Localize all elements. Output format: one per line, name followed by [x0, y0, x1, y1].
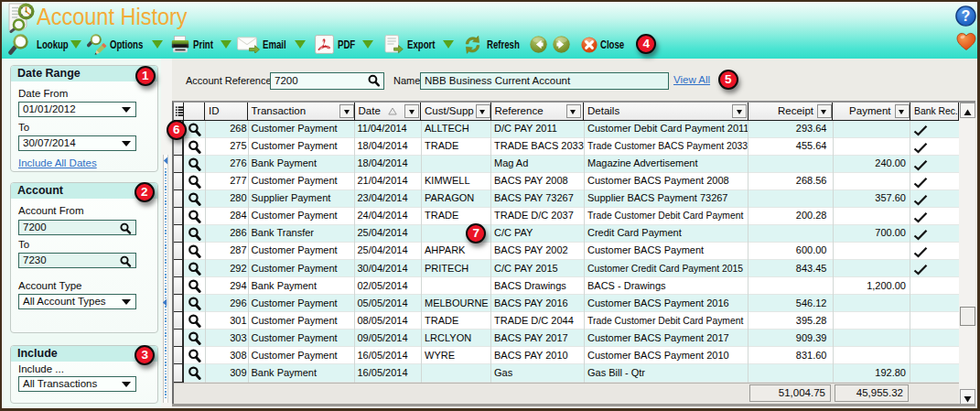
svg-text:?: ? — [962, 8, 971, 24]
